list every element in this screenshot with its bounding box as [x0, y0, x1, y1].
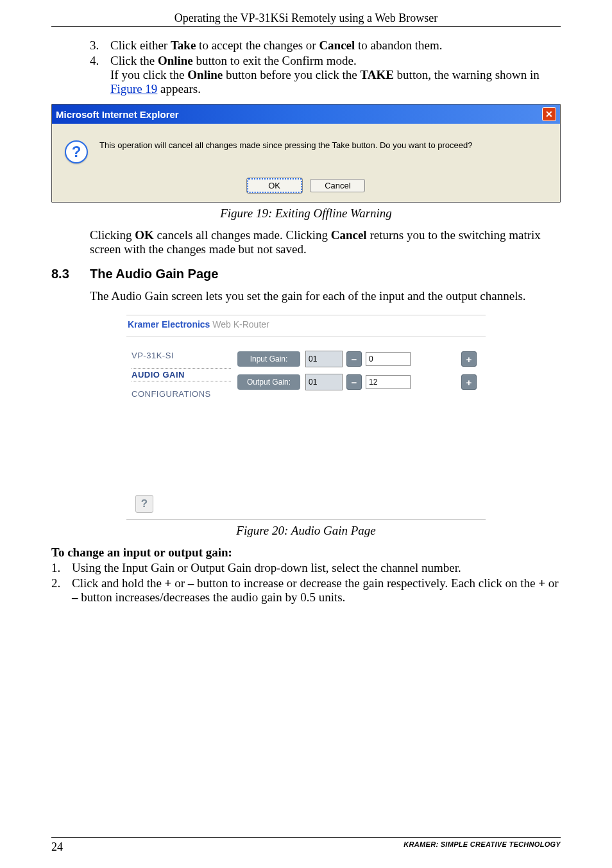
subtitle: Web K-Router: [210, 319, 269, 330]
section-8-3-heading: 8.3 The Audio Gain Page: [51, 267, 561, 281]
close-icon[interactable]: ✕: [542, 107, 556, 121]
ie-confirm-dialog: Microsoft Internet Explorer ✕ ? This ope…: [51, 104, 561, 203]
plus-word: +: [165, 576, 172, 590]
input-gain-row: Input Gain: − +: [237, 351, 480, 367]
minus-word: –: [188, 576, 194, 590]
nav-configurations[interactable]: CONFIGURATIONS: [132, 389, 231, 399]
page-number: 24: [51, 840, 63, 854]
proc-1-text: Using the Input Gain or Output Gain drop…: [72, 561, 561, 575]
section-number: 8.3: [51, 267, 90, 281]
nav-vp31ksi[interactable]: VP-31K-SI: [132, 351, 231, 360]
input-gain-label: Input Gain:: [237, 351, 300, 367]
cancel-word: Cancel: [331, 228, 367, 242]
proc-step-2: 2. Click and hold the + or – button to i…: [51, 576, 561, 605]
input-gain-value[interactable]: [366, 352, 411, 366]
output-gain-row: Output Gain: − +: [237, 374, 480, 390]
plus-word: +: [538, 576, 545, 590]
output-plus-button[interactable]: +: [461, 374, 477, 390]
step-4-number: 4.: [90, 54, 110, 96]
dialog-title: Microsoft Internet Explorer: [56, 109, 179, 120]
dialog-titlebar: Microsoft Internet Explorer ✕: [52, 104, 560, 124]
paragraph-after-fig19: Clicking OK cancels all changes made. Cl…: [90, 228, 561, 256]
step-4-text: Click the Online button to exit the Conf…: [110, 54, 561, 96]
text: cancels all changes made. Clicking: [154, 228, 331, 242]
text: button before you click the: [223, 68, 360, 81]
take-word: TAKE: [360, 68, 393, 81]
cancel-button[interactable]: Cancel: [310, 179, 365, 192]
output-channel-select[interactable]: [305, 374, 343, 390]
brand-label: Kramer Electronics: [128, 319, 210, 330]
take-word: Take: [171, 38, 196, 52]
step-4: 4. Click the Online button to exit the C…: [90, 54, 561, 96]
page-running-header: Operating the VP-31KSi Remotely using a …: [51, 12, 561, 26]
text: Click and hold the: [72, 576, 165, 590]
text: or: [545, 576, 559, 590]
output-gain-value[interactable]: [366, 375, 411, 389]
dialog-message: This operation will cancel all changes m…: [99, 140, 473, 150]
kramer-header: Kramer Electronics Web K-Router: [126, 315, 486, 337]
text: button to exit the Confirm mode.: [193, 54, 357, 67]
text: Click either: [110, 38, 171, 52]
sidebar-nav: VP-31K-SI AUDIO GAIN CONFIGURATIONS ?: [132, 351, 231, 513]
text: If you click the: [110, 68, 187, 81]
header-rule: [51, 26, 561, 27]
question-icon: ?: [65, 140, 88, 163]
input-channel-select[interactable]: [305, 351, 343, 367]
proc-2-number: 2.: [51, 576, 72, 605]
page-footer: 24 KRAMER: SIMPLE CREATIVE TECHNOLOGY: [51, 837, 561, 854]
nav-audio-gain[interactable]: AUDIO GAIN: [132, 368, 231, 381]
text: Click the: [110, 54, 158, 67]
text: to accept the changes or: [196, 38, 319, 52]
figure-19-caption: Figure 19: Exiting Offline Warning: [51, 206, 561, 221]
step-3-number: 3.: [90, 38, 110, 53]
output-minus-button[interactable]: −: [346, 374, 362, 390]
text: Clicking: [90, 228, 135, 242]
section-title: The Audio Gain Page: [90, 267, 218, 281]
text: to abandon them.: [355, 38, 442, 52]
proc-step-1: 1. Using the Input Gain or Output Gain d…: [51, 561, 561, 575]
cancel-word: Cancel: [319, 38, 355, 52]
section-intro: The Audio Gain screen lets you set the g…: [90, 289, 561, 303]
figure-19-link[interactable]: Figure 19: [110, 82, 157, 96]
procedure-heading: To change an input or output gain:: [51, 546, 561, 560]
gain-controls: Input Gain: − + Output Gain: − +: [231, 351, 480, 513]
text: button increases/decreases the audio gai…: [78, 590, 346, 604]
ok-word: OK: [135, 228, 154, 242]
online-word: Online: [158, 54, 193, 67]
minus-word: –: [72, 590, 78, 604]
audio-gain-screenshot: Kramer Electronics Web K-Router VP-31K-S…: [126, 315, 486, 520]
input-minus-button[interactable]: −: [346, 351, 362, 367]
help-button[interactable]: ?: [135, 495, 153, 513]
footer-text: KRAMER: SIMPLE CREATIVE TECHNOLOGY: [404, 840, 561, 854]
text: or: [171, 576, 187, 590]
figure-20-caption: Figure 20: Audio Gain Page: [51, 524, 561, 538]
proc-1-number: 1.: [51, 561, 72, 575]
online-word: Online: [187, 68, 223, 81]
input-plus-button[interactable]: +: [461, 351, 477, 367]
ok-button[interactable]: OK: [247, 178, 302, 193]
text: button, the warning shown in: [394, 68, 540, 81]
text: button to increase or decrease the gain …: [194, 576, 538, 590]
text: appears.: [157, 82, 201, 96]
step-3-text: Click either Take to accept the changes …: [110, 38, 561, 53]
step-3: 3. Click either Take to accept the chang…: [90, 38, 561, 53]
proc-2-text: Click and hold the + or – button to incr…: [72, 576, 561, 605]
output-gain-label: Output Gain:: [237, 374, 300, 390]
